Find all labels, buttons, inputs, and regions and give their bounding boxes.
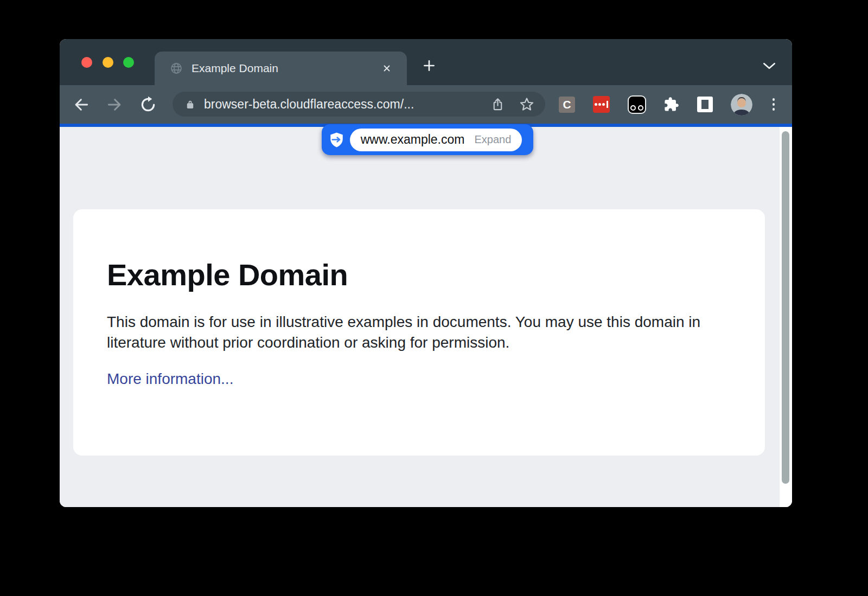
more-information-link[interactable]: More information... xyxy=(107,370,233,388)
tab-close-icon[interactable] xyxy=(379,60,395,76)
omnibox-actions xyxy=(490,97,534,112)
address-bar[interactable]: browser-beta.cloudflareaccess.com/... xyxy=(173,92,545,117)
goggles-extension-icon[interactable] xyxy=(628,95,646,114)
example-domain-card: Example Domain This domain is for use in… xyxy=(73,209,765,456)
url-text[interactable]: browser-beta.cloudflareaccess.com/... xyxy=(204,97,484,112)
reload-button[interactable] xyxy=(138,95,158,114)
scrollbar-thumb[interactable] xyxy=(782,131,789,484)
extension-c-icon[interactable]: C xyxy=(559,97,575,113)
profile-avatar[interactable] xyxy=(731,94,752,116)
isolation-shield-icon xyxy=(329,132,344,148)
tab-example-domain[interactable]: Example Domain xyxy=(155,52,407,85)
frame-extension-icon[interactable] xyxy=(697,97,713,112)
globe-favicon-icon xyxy=(170,62,183,75)
scrollbar-track[interactable] xyxy=(780,127,792,507)
search-tabs-chevron-icon[interactable] xyxy=(762,61,777,71)
browser-menu-icon[interactable] xyxy=(770,96,777,113)
toolbar: browser-beta.cloudflareaccess.com/... C xyxy=(60,85,792,124)
new-tab-button[interactable] xyxy=(422,59,436,73)
page-viewport: Example Domain This domain is for use in… xyxy=(60,127,792,507)
tab-strip: Example Domain xyxy=(60,39,792,85)
isolation-url-pill[interactable]: www.example.com Expand xyxy=(322,124,533,155)
bookmark-star-icon[interactable] xyxy=(519,97,534,112)
isolation-expand-button[interactable]: Expand xyxy=(474,133,511,146)
share-icon[interactable] xyxy=(490,97,505,112)
isolation-domain-pill[interactable]: www.example.com Expand xyxy=(350,129,522,151)
tab-title: Example Domain xyxy=(192,62,379,75)
lastpass-extension-icon[interactable] xyxy=(593,96,610,113)
lock-icon[interactable] xyxy=(184,98,195,110)
forward-button[interactable] xyxy=(105,95,124,114)
extension-row: C xyxy=(559,85,777,124)
page-paragraph: This domain is for use in illustrative e… xyxy=(107,312,731,353)
minimize-window-button[interactable] xyxy=(103,57,113,68)
close-window-button[interactable] xyxy=(81,57,92,68)
fullscreen-window-button[interactable] xyxy=(123,57,134,68)
browser-window: Example Domain xyxy=(60,39,792,507)
extensions-puzzle-icon[interactable] xyxy=(663,97,679,112)
back-button[interactable] xyxy=(72,95,91,114)
page-title: Example Domain xyxy=(107,257,731,292)
isolation-domain-text: www.example.com xyxy=(361,132,465,147)
